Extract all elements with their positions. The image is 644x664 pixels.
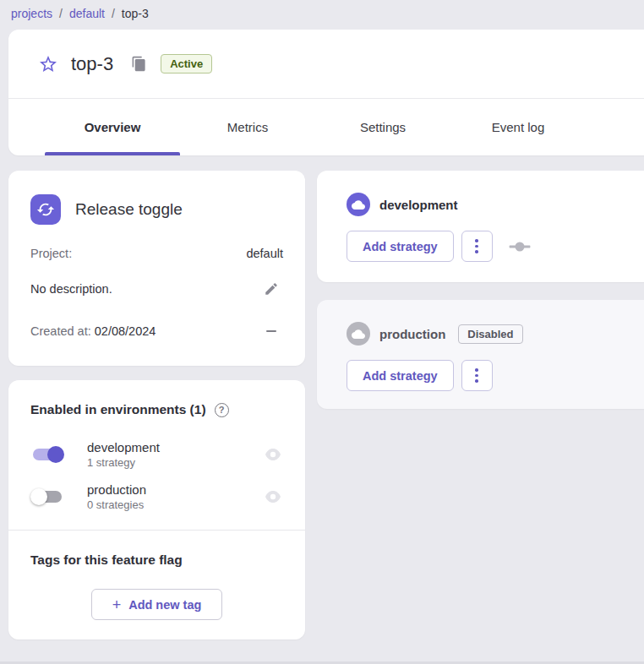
toggle-thumb bbox=[30, 488, 47, 505]
tags-title: Tags for this feature flag bbox=[30, 552, 283, 568]
breadcrumb-current: top-3 bbox=[122, 7, 149, 20]
disabled-badge: Disabled bbox=[458, 324, 522, 344]
created-value: 02/08/2024 bbox=[95, 324, 156, 338]
environment-menu-button[interactable] bbox=[461, 231, 493, 262]
feature-type-header: Release toggle bbox=[30, 194, 283, 225]
copy-icon bbox=[131, 56, 147, 72]
project-value: default bbox=[246, 247, 283, 260]
environment-name: development bbox=[87, 440, 263, 454]
environment-row-development: development 1 strategy bbox=[30, 440, 283, 469]
environment-row-production: production 0 strategies bbox=[30, 482, 283, 511]
copy-name-button[interactable] bbox=[127, 52, 150, 76]
kebab-dot bbox=[475, 239, 478, 242]
tab-metrics[interactable]: Metrics bbox=[180, 99, 315, 155]
left-column: Release toggle Project: default No descr… bbox=[8, 171, 305, 640]
production-toggle[interactable] bbox=[30, 487, 64, 507]
environment-panel-name: production bbox=[379, 327, 445, 341]
environment-panel-production: production Disabled Add strategy bbox=[317, 300, 644, 409]
created-label: Created at: bbox=[30, 324, 91, 338]
environment-panel-development: development Add strategy bbox=[317, 171, 644, 282]
kebab-dot bbox=[475, 250, 478, 253]
panel-actions: Add strategy bbox=[347, 360, 644, 391]
add-new-tag-label: Add new tag bbox=[128, 598, 201, 612]
section-divider bbox=[8, 530, 305, 531]
kebab-dot bbox=[475, 379, 478, 383]
release-toggle-icon bbox=[30, 194, 61, 225]
collapse-details-button[interactable] bbox=[259, 319, 283, 343]
edit-description-button[interactable] bbox=[259, 277, 283, 301]
overview-content: Release toggle Project: default No descr… bbox=[0, 171, 644, 640]
plus-icon: + bbox=[112, 597, 122, 612]
environments-title: Enabled in environments (1) bbox=[30, 402, 206, 417]
kebab-dot bbox=[475, 245, 478, 248]
minus-icon bbox=[266, 330, 276, 333]
environment-labels: development 1 strategy bbox=[87, 440, 263, 469]
lifecycle-icon bbox=[509, 242, 531, 252]
environment-labels: production 0 strategies bbox=[87, 482, 263, 511]
add-new-tag-button[interactable]: + Add new tag bbox=[91, 589, 222, 620]
cloud-icon bbox=[352, 329, 365, 339]
environments-header: Enabled in environments (1) ? bbox=[30, 402, 283, 417]
tab-bar: Overview Metrics Settings Event log bbox=[8, 99, 644, 155]
eye-icon bbox=[265, 449, 281, 460]
breadcrumb-separator: / bbox=[112, 7, 115, 20]
kebab-dot bbox=[475, 374, 478, 378]
breadcrumb: projects / default / top-3 bbox=[0, 0, 644, 22]
project-label: Project: bbox=[30, 247, 72, 260]
environment-strategy-count: 0 strategies bbox=[87, 498, 263, 511]
panel-header: production Disabled bbox=[347, 322, 644, 346]
created-row: Created at: 02/08/2024 bbox=[30, 319, 283, 343]
environments-card: Enabled in environments (1) ? developmen… bbox=[8, 380, 305, 640]
right-column: development Add strategy bbox=[317, 171, 644, 409]
environment-panel-name: development bbox=[379, 198, 458, 212]
star-icon bbox=[38, 54, 58, 74]
panel-actions: Add strategy bbox=[347, 231, 644, 262]
show-environment-button[interactable] bbox=[263, 487, 283, 507]
environment-avatar bbox=[347, 322, 370, 346]
environment-avatar bbox=[347, 193, 370, 216]
environment-strategy-count: 1 strategy bbox=[87, 456, 263, 469]
project-row: Project: default bbox=[30, 247, 283, 260]
eye-icon bbox=[265, 491, 281, 503]
status-badge: Active bbox=[161, 54, 212, 73]
feature-details-card: Release toggle Project: default No descr… bbox=[8, 171, 305, 366]
breadcrumb-link-default[interactable]: default bbox=[69, 7, 105, 20]
tab-settings[interactable]: Settings bbox=[315, 99, 450, 155]
page-title: top-3 bbox=[71, 53, 113, 75]
add-strategy-button[interactable]: Add strategy bbox=[347, 231, 454, 262]
help-icon[interactable]: ? bbox=[215, 403, 229, 417]
environment-name: production bbox=[87, 482, 263, 497]
tab-overview[interactable]: Overview bbox=[45, 99, 180, 155]
add-strategy-button[interactable]: Add strategy bbox=[347, 360, 454, 391]
description-row: No description. bbox=[30, 277, 283, 301]
tab-event-log[interactable]: Event log bbox=[450, 99, 586, 155]
pencil-icon bbox=[264, 281, 279, 297]
cached-icon bbox=[36, 200, 55, 219]
kebab-dot bbox=[475, 368, 478, 372]
environment-menu-button[interactable] bbox=[461, 360, 493, 391]
show-environment-button[interactable] bbox=[263, 444, 283, 465]
panel-header: development bbox=[347, 193, 644, 216]
development-toggle[interactable] bbox=[30, 444, 64, 465]
description-text: No description. bbox=[30, 282, 112, 296]
toggle-thumb bbox=[47, 446, 64, 463]
feature-type-label: Release toggle bbox=[75, 200, 183, 219]
breadcrumb-link-projects[interactable]: projects bbox=[11, 7, 52, 20]
favorite-button[interactable] bbox=[34, 50, 63, 79]
feature-header-card: top-3 Active Overview Metrics Settings E… bbox=[8, 30, 644, 155]
cloud-icon bbox=[352, 199, 365, 210]
breadcrumb-separator: / bbox=[59, 7, 63, 20]
feature-title-row: top-3 Active bbox=[8, 30, 644, 99]
